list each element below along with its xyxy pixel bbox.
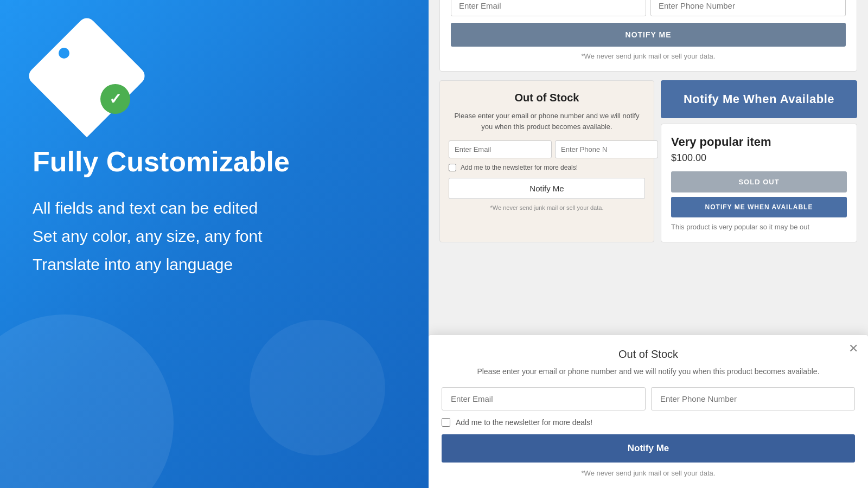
oos-newsletter-label: Add me to the newsletter for more deals! [461, 164, 578, 171]
feature-item-1: All fields and text can be edited [33, 199, 396, 217]
product-card: Very popular item $100.00 SOLD OUT NOTIF… [661, 124, 857, 242]
left-panel: ✓ Fully Customizable All fields and text… [0, 0, 429, 488]
modal-phone-input[interactable] [651, 387, 855, 410]
oos-card: Out of Stock Please enter your email or … [439, 80, 654, 242]
modal-inputs [442, 387, 855, 410]
feature-item-2: Set any color, any size, any font [33, 227, 396, 246]
tag-icon: ✓ [33, 22, 141, 130]
modal-title: Out of Stock [442, 348, 855, 361]
oos-newsletter-checkbox[interactable] [449, 164, 456, 171]
modal-checkbox-row: Add me to the newsletter for more deals! [442, 418, 855, 427]
feature-item-3: Translate into any language [33, 255, 396, 274]
feature-list: All fields and text can be edited Set an… [33, 199, 396, 284]
middle-row: Out of Stock Please enter your email or … [439, 80, 857, 242]
oos-checkbox-row: Add me to the newsletter for more deals! [449, 164, 645, 171]
modal-close-button[interactable]: ✕ [848, 343, 858, 355]
modal-notify-button[interactable]: Notify Me [442, 434, 855, 463]
top-input-row [451, 0, 846, 16]
right-middle: Notify Me When Available Very popular it… [661, 80, 857, 242]
modal-newsletter-label: Add me to the newsletter for more deals! [456, 418, 592, 427]
notify-when-available-button[interactable]: Notify Me When Available [661, 80, 857, 118]
top-privacy-text: *We never send junk mail or sell your da… [451, 52, 846, 60]
top-phone-input[interactable] [650, 0, 846, 16]
sold-out-button[interactable]: SOLD OUT [671, 171, 847, 192]
oos-privacy-text: *We never send junk mail or sell your da… [449, 204, 645, 211]
tag-hole [59, 48, 69, 59]
oos-title: Out of Stock [449, 92, 645, 104]
oos-notify-button[interactable]: Notify Me [449, 178, 645, 199]
checkmark-icon: ✓ [100, 84, 130, 114]
right-panel: NOTIFY ME *We never send junk mail or se… [429, 0, 868, 488]
product-price: $100.00 [671, 152, 847, 164]
oos-inputs [449, 140, 645, 158]
modal-newsletter-checkbox[interactable] [442, 418, 450, 427]
tag-shape [25, 15, 148, 137]
top-card: NOTIFY ME *We never send junk mail or se… [439, 0, 857, 72]
top-notify-button[interactable]: NOTIFY ME [451, 23, 846, 47]
top-email-input[interactable] [451, 0, 646, 16]
modal-email-input[interactable] [442, 387, 646, 410]
product-name: Very popular item [671, 135, 847, 149]
oos-phone-input[interactable] [555, 140, 658, 158]
product-description: This product is very popular so it may b… [671, 223, 847, 231]
notify-me-available-button[interactable]: NOTIFY ME WHEN AVAILABLE [671, 197, 847, 217]
oos-email-input[interactable] [449, 140, 552, 158]
main-title: Fully Customizable [33, 146, 396, 177]
bottom-modal: ✕ Out of Stock Please enter your email o… [429, 335, 868, 488]
modal-privacy-text: *We never send junk mail or sell your da… [442, 469, 855, 477]
oos-description: Please enter your email or phone number … [449, 111, 645, 132]
modal-description: Please enter your email or phone number … [442, 366, 855, 377]
